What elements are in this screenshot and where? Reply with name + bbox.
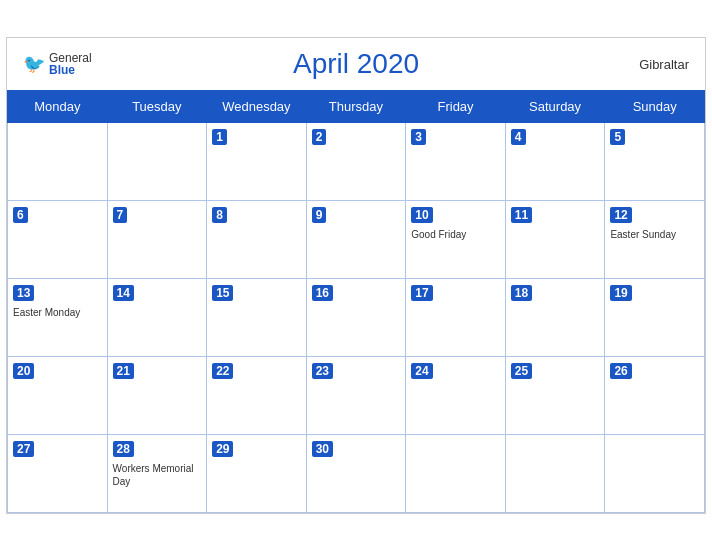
week-row-3: 20212223242526	[8, 356, 705, 434]
calendar-cell	[8, 122, 108, 200]
calendar-cell	[505, 434, 605, 512]
calendar-cell: 26	[605, 356, 705, 434]
day-number: 19	[610, 285, 631, 301]
day-number: 26	[610, 363, 631, 379]
calendar-cell: 30	[306, 434, 406, 512]
calendar-cell: 21	[107, 356, 207, 434]
calendar-cell: 16	[306, 278, 406, 356]
calendar-cell: 18	[505, 278, 605, 356]
weekday-header-wednesday: Wednesday	[207, 90, 307, 122]
calendar-cell: 7	[107, 200, 207, 278]
calendar-cell: 19	[605, 278, 705, 356]
calendar-cell: 10Good Friday	[406, 200, 506, 278]
day-number: 27	[13, 441, 34, 457]
logo-area: 🐦 General Blue	[23, 52, 92, 76]
day-number: 23	[312, 363, 333, 379]
day-number: 29	[212, 441, 233, 457]
day-number: 1	[212, 129, 227, 145]
logo-bird-icon: 🐦	[23, 53, 45, 75]
day-number: 15	[212, 285, 233, 301]
calendar-cell: 22	[207, 356, 307, 434]
day-number: 3	[411, 129, 426, 145]
region-label: Gibraltar	[639, 56, 689, 71]
calendar-header: 🐦 General Blue April 2020 Gibraltar	[7, 38, 705, 90]
calendar-cell: 27	[8, 434, 108, 512]
calendar-cell: 5	[605, 122, 705, 200]
day-number: 25	[511, 363, 532, 379]
holiday-label: Workers Memorial Day	[113, 462, 202, 488]
day-number: 24	[411, 363, 432, 379]
holiday-label: Good Friday	[411, 228, 500, 241]
calendar-cell	[107, 122, 207, 200]
calendar-cell	[605, 434, 705, 512]
week-row-2: 13Easter Monday141516171819	[8, 278, 705, 356]
calendar-cell: 17	[406, 278, 506, 356]
calendar-cell: 24	[406, 356, 506, 434]
day-number: 20	[13, 363, 34, 379]
calendar-cell: 14	[107, 278, 207, 356]
calendar-title: April 2020	[293, 48, 419, 80]
day-number: 14	[113, 285, 134, 301]
day-number: 8	[212, 207, 227, 223]
day-number: 17	[411, 285, 432, 301]
logo-text: General Blue	[49, 52, 92, 76]
weekday-header-thursday: Thursday	[306, 90, 406, 122]
day-number: 10	[411, 207, 432, 223]
calendar-cell: 1	[207, 122, 307, 200]
day-number: 28	[113, 441, 134, 457]
weekday-header-monday: Monday	[8, 90, 108, 122]
weekday-header-tuesday: Tuesday	[107, 90, 207, 122]
holiday-label: Easter Monday	[13, 306, 102, 319]
calendar-cell: 25	[505, 356, 605, 434]
day-number: 13	[13, 285, 34, 301]
calendar-cell: 9	[306, 200, 406, 278]
day-number: 18	[511, 285, 532, 301]
day-number: 9	[312, 207, 327, 223]
calendar-cell: 2	[306, 122, 406, 200]
day-number: 2	[312, 129, 327, 145]
calendar-cell: 20	[8, 356, 108, 434]
calendar-grid: MondayTuesdayWednesdayThursdayFridaySatu…	[7, 90, 705, 513]
calendar-cell: 28Workers Memorial Day	[107, 434, 207, 512]
calendar-cell: 4	[505, 122, 605, 200]
day-number: 30	[312, 441, 333, 457]
day-number: 21	[113, 363, 134, 379]
day-number: 12	[610, 207, 631, 223]
weekday-header-sunday: Sunday	[605, 90, 705, 122]
day-number: 6	[13, 207, 28, 223]
weekday-header-saturday: Saturday	[505, 90, 605, 122]
holiday-label: Easter Sunday	[610, 228, 699, 241]
calendar-cell: 6	[8, 200, 108, 278]
weekday-header-row: MondayTuesdayWednesdayThursdayFridaySatu…	[8, 90, 705, 122]
day-number: 5	[610, 129, 625, 145]
calendar-cell	[406, 434, 506, 512]
calendar-cell: 3	[406, 122, 506, 200]
calendar-cell: 11	[505, 200, 605, 278]
calendar-cell: 8	[207, 200, 307, 278]
week-row-0: 12345	[8, 122, 705, 200]
calendar-cell: 12Easter Sunday	[605, 200, 705, 278]
calendar-wrapper: 🐦 General Blue April 2020 Gibraltar Mond…	[6, 37, 706, 514]
day-number: 22	[212, 363, 233, 379]
calendar-cell: 15	[207, 278, 307, 356]
weekday-header-friday: Friday	[406, 90, 506, 122]
day-number: 16	[312, 285, 333, 301]
calendar-cell: 13Easter Monday	[8, 278, 108, 356]
week-row-4: 2728Workers Memorial Day2930	[8, 434, 705, 512]
week-row-1: 678910Good Friday1112Easter Sunday	[8, 200, 705, 278]
day-number: 7	[113, 207, 128, 223]
logo-blue: Blue	[49, 64, 92, 76]
calendar-cell: 23	[306, 356, 406, 434]
day-number: 4	[511, 129, 526, 145]
calendar-cell: 29	[207, 434, 307, 512]
day-number: 11	[511, 207, 532, 223]
